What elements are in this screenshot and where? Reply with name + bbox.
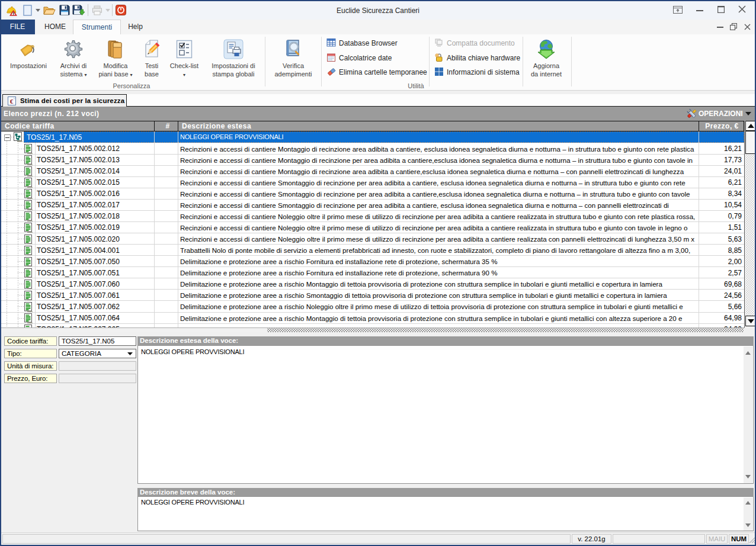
svg-text:€: €	[10, 98, 14, 105]
